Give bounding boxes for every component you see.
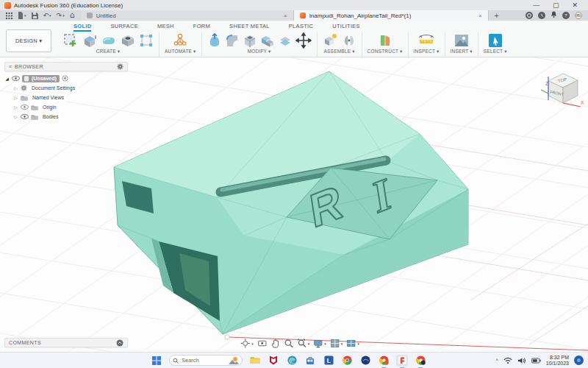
save-icon[interactable] (32, 13, 38, 19)
display-settings-tool[interactable]: ▾ (313, 339, 326, 348)
tray-overflow-chevron[interactable]: ^ (496, 358, 498, 363)
edge-icon[interactable] (286, 355, 298, 367)
file-menu-icon[interactable]: ▾ (18, 12, 26, 19)
model-body[interactable]: R I (114, 71, 468, 339)
create-sketch-icon[interactable] (62, 32, 79, 49)
combine-icon[interactable] (260, 32, 275, 49)
workspace-selector[interactable]: DESIGN ▾ (6, 29, 51, 52)
hole-icon[interactable] (120, 32, 136, 49)
zoom-tool[interactable] (284, 339, 293, 348)
model-canvas[interactable]: R I « BROWSER ◢ (Unsaved) (0, 57, 588, 352)
modify-group-label[interactable]: MODIFY ▾ (248, 49, 271, 57)
redo-icon[interactable]: ↷ ▾ (57, 12, 65, 19)
new-tab-button[interactable]: + (489, 10, 505, 21)
visibility-eye-icon[interactable] (21, 105, 29, 110)
home-icon[interactable]: ⌂ (70, 12, 75, 19)
app-navy-icon[interactable] (359, 355, 371, 367)
ribbon-tab-form[interactable]: FORM (193, 23, 210, 32)
shell-icon[interactable] (243, 32, 257, 49)
insert-group-label[interactable]: INSERT ▾ (451, 49, 473, 57)
app-grid-icon[interactable] (6, 13, 12, 19)
select-group-label[interactable]: SELECT ▾ (484, 49, 507, 57)
tab-airplane-tail[interactable]: Inampudi_Rohan_AirplaneTail_Red*(1) × (294, 10, 489, 21)
wifi-icon[interactable] (503, 357, 512, 364)
insert-canvas-icon[interactable] (453, 33, 470, 48)
browser-item-named-views[interactable]: ▷ Named Views (4, 93, 128, 102)
view-cube[interactable]: TOP FRONT Z X (537, 60, 585, 112)
offset-face-icon[interactable] (278, 32, 293, 49)
close-button[interactable]: ✕ (572, 0, 578, 10)
move-copy-icon[interactable] (295, 32, 312, 49)
inspect-group-label[interactable]: INSPECT ▾ (414, 49, 440, 57)
construct-plane-icon[interactable] (377, 32, 393, 49)
lockdown-browser-icon[interactable]: L (323, 355, 334, 367)
revolve-icon[interactable] (101, 32, 117, 49)
minimize-button[interactable]: — (533, 0, 539, 10)
microsoft-store-icon[interactable] (304, 355, 316, 367)
file-explorer-icon[interactable] (249, 355, 261, 367)
browser-root-row[interactable]: ◢ (Unsaved) (4, 74, 128, 82)
grid-and-snaps-tool[interactable]: ▾ (330, 339, 343, 348)
select-icon[interactable] (487, 32, 503, 49)
new-component-icon[interactable] (323, 32, 339, 49)
assemble-group-label[interactable]: ASSEMBLE ▾ (324, 49, 355, 57)
comments-bar[interactable]: COMMENTS (4, 338, 128, 347)
chrome-icon[interactable] (341, 355, 353, 367)
mcafee-icon[interactable] (268, 355, 279, 367)
extrude-icon[interactable] (82, 32, 98, 49)
ribbon-tab-mesh[interactable]: MESH (157, 23, 174, 32)
volume-icon[interactable] (517, 357, 526, 364)
activate-component-radio-icon[interactable] (62, 75, 68, 82)
press-pull-icon[interactable] (207, 32, 222, 49)
measure-icon[interactable] (417, 33, 435, 48)
browser-gear-icon[interactable] (117, 63, 123, 70)
orbit-tool[interactable]: ▾ (240, 339, 254, 348)
notification-center-badge[interactable] (574, 355, 584, 365)
browser-item-bodies[interactable]: ▷ Bodies (4, 113, 128, 121)
browser-item-origin[interactable]: ▷ Origin (4, 103, 128, 111)
battery-icon[interactable] (531, 358, 541, 364)
notifications-bell-icon[interactable] (551, 11, 557, 20)
chrome-profile-orange-icon[interactable] (378, 355, 390, 367)
visibility-eye-icon[interactable] (12, 76, 20, 81)
clock-history-icon[interactable] (538, 12, 545, 19)
start-button[interactable] (151, 355, 162, 367)
taskbar-search[interactable]: Search (169, 355, 243, 366)
pattern-icon[interactable] (139, 33, 154, 48)
tab-untitled-close-icon[interactable]: × (284, 13, 287, 19)
ribbon-tab-solid[interactable]: SOLID (74, 23, 91, 32)
ribbon-tab-plastic[interactable]: PLASTIC (289, 23, 313, 32)
undo-icon[interactable]: ↶ ▾ (43, 12, 51, 19)
help-icon[interactable]: ? (562, 12, 570, 19)
browser-header[interactable]: « BROWSER (4, 62, 128, 71)
chrome-profile-dark-icon[interactable] (415, 355, 426, 367)
look-at-tool[interactable] (257, 339, 267, 348)
collapse-panel-icon[interactable]: « (9, 64, 12, 69)
y-axis-line (541, 90, 548, 93)
ribbon-tab-surface[interactable]: SURFACE (110, 23, 138, 32)
navigation-toolbar: ▾ ▾ ▾ ▾ (240, 339, 359, 348)
automate-group-label[interactable]: AUTOMATE ▾ (165, 49, 196, 57)
job-status-icon[interactable] (526, 12, 533, 19)
tab-airplane-tail-close-icon[interactable]: × (478, 13, 482, 19)
automate-icon[interactable] (171, 32, 189, 49)
browser-item-document-settings[interactable]: ▷ Document Settings (4, 84, 128, 92)
visibility-eye-icon[interactable] (21, 114, 29, 119)
create-group-label[interactable]: CREATE ▾ (96, 49, 121, 57)
document-root-item[interactable]: (Unsaved) (22, 75, 60, 82)
ribbon-group-automate: AUTOMATE ▾ (159, 32, 202, 57)
joint-icon[interactable] (342, 32, 356, 49)
ribbon-tab-utilities[interactable]: UTILITIES (332, 23, 360, 32)
viewports-tool[interactable]: ▾ (346, 339, 359, 348)
ribbon-tab-sheet-metal[interactable]: SHEET METAL (229, 23, 270, 32)
taskbar-clock[interactable]: 8:32 PM 10/1/2023 (546, 355, 569, 367)
fit-tool[interactable]: ▾ (297, 339, 310, 348)
fusion-360-taskbar-icon[interactable] (396, 355, 408, 367)
construct-group-label[interactable]: CONSTRUCT ▾ (368, 49, 403, 57)
account-avatar[interactable]: RI (575, 12, 582, 19)
comments-expand-icon[interactable] (116, 339, 123, 347)
maximize-button[interactable]: ▢ (553, 0, 559, 10)
pan-tool[interactable] (270, 339, 280, 348)
tab-untitled[interactable]: Untitled × (81, 10, 294, 21)
fillet-icon[interactable] (225, 32, 240, 49)
